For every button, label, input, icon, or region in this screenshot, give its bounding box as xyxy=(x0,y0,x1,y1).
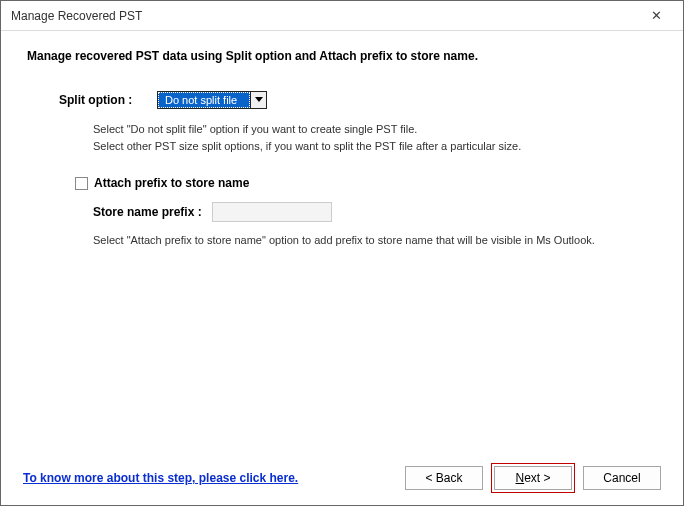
next-button-mnemonic: N xyxy=(515,471,524,485)
prefix-hint: Select "Attach prefix to store name" opt… xyxy=(93,234,657,246)
split-option-label: Split option : xyxy=(59,93,157,107)
prefix-checkbox-row: Attach prefix to store name xyxy=(75,176,657,190)
next-button[interactable]: Next > xyxy=(494,466,572,490)
prefix-checkbox-label: Attach prefix to store name xyxy=(94,176,249,190)
footer: To know more about this step, please cli… xyxy=(1,463,683,493)
store-prefix-label: Store name prefix : xyxy=(93,205,202,219)
split-option-value: Do not split file xyxy=(158,92,250,108)
store-prefix-row: Store name prefix : xyxy=(93,202,657,222)
next-button-rest: ext > xyxy=(524,471,550,485)
help-link[interactable]: To know more about this step, please cli… xyxy=(23,471,298,485)
prefix-checkbox[interactable] xyxy=(75,177,88,190)
cancel-button[interactable]: Cancel xyxy=(583,466,661,490)
window-title: Manage Recovered PST xyxy=(11,9,639,23)
store-prefix-input[interactable] xyxy=(212,202,332,222)
window-titlebar: Manage Recovered PST ✕ xyxy=(1,1,683,31)
next-button-highlight: Next > xyxy=(491,463,575,493)
close-icon: ✕ xyxy=(651,8,662,23)
svg-marker-0 xyxy=(255,97,263,102)
chevron-down-icon xyxy=(250,92,266,108)
split-hint-line2: Select other PST size split options, if … xyxy=(93,138,657,155)
content-area: Manage recovered PST data using Split op… xyxy=(1,31,683,256)
split-hint-line1: Select "Do not split file" option if you… xyxy=(93,121,657,138)
page-heading: Manage recovered PST data using Split op… xyxy=(27,49,657,63)
close-button[interactable]: ✕ xyxy=(639,5,673,27)
split-option-dropdown[interactable]: Do not split file xyxy=(157,91,267,109)
back-button[interactable]: < Back xyxy=(405,466,483,490)
split-option-row: Split option : Do not split file xyxy=(59,91,657,109)
split-option-hint: Select "Do not split file" option if you… xyxy=(93,121,657,154)
